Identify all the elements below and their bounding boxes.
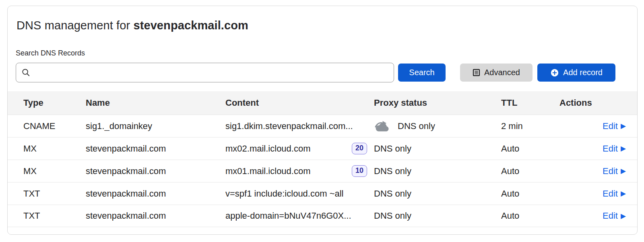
- edit-label: Edit: [603, 189, 618, 199]
- record-content-value: mx01.mail.icloud.com: [225, 166, 311, 176]
- record-content-cell: apple-domain=bNuV47n6G0X...: [225, 211, 374, 221]
- table-body: CNAME sig1._domainkey sig1.dkim.stevenpa…: [8, 115, 637, 227]
- edit-arrow-icon: ▶: [621, 213, 626, 219]
- actions-cell: Edit ▶: [559, 144, 626, 154]
- record-name-cell: stevenpackmail.com: [86, 166, 225, 176]
- advanced-icon: [473, 69, 480, 76]
- dns-records-table: Type Name Content Proxy status TTL Actio…: [8, 91, 637, 227]
- search-toolbar: Search Advanced Add recor: [16, 63, 615, 82]
- proxy-status-cell: DNS only: [374, 189, 501, 199]
- search-button[interactable]: Search: [398, 64, 446, 82]
- proxy-status-value: DNS only: [374, 166, 411, 176]
- search-box: [16, 63, 394, 82]
- edit-label: Edit: [603, 211, 618, 221]
- record-content-cell: mx02.mail.icloud.com 20: [225, 143, 374, 154]
- edit-arrow-icon: ▶: [621, 123, 626, 129]
- record-name-cell: stevenpackmail.com: [86, 189, 225, 199]
- proxy-status-value: DNS only: [398, 121, 435, 131]
- edit-label: Edit: [603, 144, 618, 154]
- page-title: DNS management for stevenpackmail.com: [17, 19, 628, 32]
- record-name-cell: stevenpackmail.com: [86, 211, 225, 221]
- record-content-value: v=spf1 include:icloud.com ~all: [225, 189, 344, 199]
- table-header-row: Type Name Content Proxy status TTL Actio…: [8, 91, 637, 115]
- edit-link[interactable]: Edit ▶: [603, 121, 626, 131]
- proxy-status-cell: DNS only: [374, 211, 501, 221]
- record-content-value: mx02.mail.icloud.com: [225, 144, 311, 154]
- search-input[interactable]: [34, 68, 388, 77]
- table-row: CNAME sig1._domainkey sig1.dkim.stevenpa…: [8, 115, 637, 137]
- record-content-cell: mx01.mail.icloud.com 10: [225, 165, 374, 177]
- edit-arrow-icon: ▶: [621, 168, 626, 174]
- actions-cell: Edit ▶: [559, 121, 626, 131]
- edit-arrow-icon: ▶: [621, 190, 626, 197]
- search-icon: [22, 68, 30, 77]
- column-header-proxy-status: Proxy status: [374, 98, 501, 108]
- ttl-cell: Auto: [501, 189, 559, 199]
- table-row: MX stevenpackmail.com mx02.mail.icloud.c…: [8, 137, 637, 160]
- record-name-cell: sig1._domainkey: [86, 121, 225, 131]
- dns-only-cloud-icon: [374, 120, 392, 133]
- column-header-type: Type: [23, 98, 86, 108]
- proxy-status-cell: DNS only: [374, 144, 501, 154]
- record-content-cell: v=spf1 include:icloud.com ~all: [225, 189, 374, 199]
- edit-arrow-icon: ▶: [621, 145, 626, 152]
- record-type-cell: MX: [23, 166, 86, 176]
- column-header-ttl: TTL: [501, 98, 559, 108]
- edit-link[interactable]: Edit ▶: [603, 166, 626, 176]
- plus-circle-icon: [550, 68, 559, 77]
- edit-link[interactable]: Edit ▶: [603, 211, 626, 221]
- ttl-cell: 2 min: [501, 121, 559, 131]
- edit-link[interactable]: Edit ▶: [603, 189, 626, 199]
- table-row: TXT stevenpackmail.com apple-domain=bNuV…: [8, 205, 637, 227]
- record-name-cell: stevenpackmail.com: [86, 144, 225, 154]
- ttl-cell: Auto: [501, 166, 559, 176]
- page-title-domain: stevenpackmail.com: [133, 19, 248, 32]
- record-content-value: apple-domain=bNuV47n6G0X...: [225, 211, 351, 221]
- dns-management-card: DNS management for stevenpackmail.com Se…: [7, 6, 638, 235]
- record-type-cell: TXT: [23, 211, 86, 221]
- proxy-status-cell: DNS only: [374, 166, 501, 176]
- edit-label: Edit: [603, 166, 618, 176]
- advanced-button[interactable]: Advanced: [460, 64, 533, 82]
- proxy-status-cell: DNS only: [374, 120, 501, 133]
- actions-cell: Edit ▶: [559, 166, 626, 176]
- column-header-actions: Actions: [559, 98, 626, 108]
- record-content-value: sig1.dkim.stevenpackmail.com...: [225, 121, 353, 131]
- table-row: TXT stevenpackmail.com v=spf1 include:ic…: [8, 182, 637, 205]
- table-row: MX stevenpackmail.com mx01.mail.icloud.c…: [8, 160, 637, 182]
- priority-badge: 10: [352, 165, 367, 177]
- record-content-cell: sig1.dkim.stevenpackmail.com...: [225, 121, 374, 131]
- actions-cell: Edit ▶: [559, 189, 626, 199]
- column-header-content: Content: [225, 98, 374, 108]
- proxy-status-value: DNS only: [374, 189, 411, 199]
- ttl-cell: Auto: [501, 211, 559, 221]
- record-type-cell: TXT: [23, 189, 86, 199]
- column-header-name: Name: [86, 98, 225, 108]
- actions-cell: Edit ▶: [559, 211, 626, 221]
- proxy-status-value: DNS only: [374, 144, 411, 154]
- record-type-cell: CNAME: [23, 121, 86, 131]
- add-record-button[interactable]: Add record: [537, 64, 615, 82]
- priority-badge: 20: [352, 143, 367, 154]
- search-label: Search DNS Records: [16, 49, 629, 57]
- record-type-cell: MX: [23, 144, 86, 154]
- page-title-prefix: DNS management for: [17, 19, 133, 32]
- edit-link[interactable]: Edit ▶: [603, 144, 626, 154]
- ttl-cell: Auto: [501, 144, 559, 154]
- edit-label: Edit: [603, 121, 618, 131]
- proxy-status-value: DNS only: [374, 211, 411, 221]
